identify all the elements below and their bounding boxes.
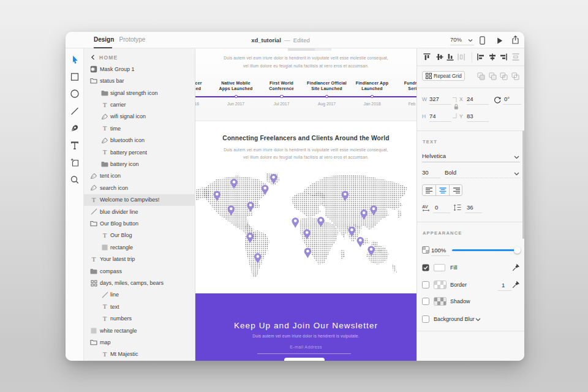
svg-text:AV: AV xyxy=(422,204,428,209)
